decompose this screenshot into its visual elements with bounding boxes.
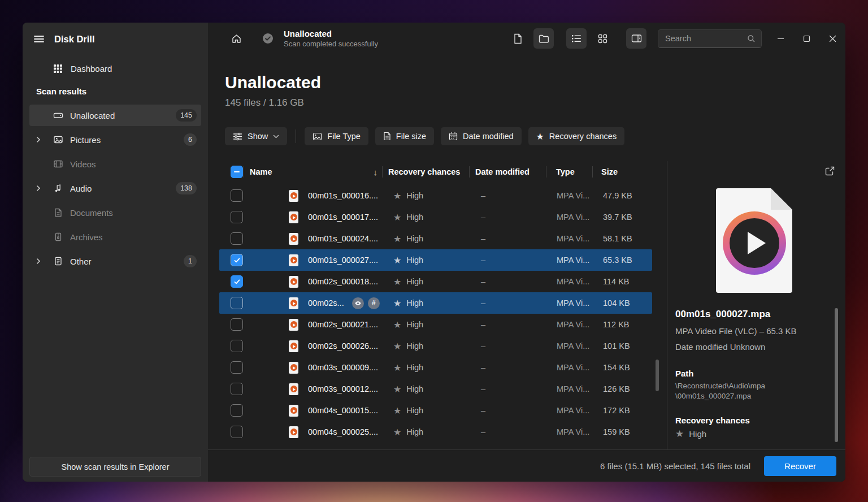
audio-note-icon	[53, 183, 63, 193]
sidebar-item-unallocated[interactable]: Unallocated 145	[29, 105, 201, 126]
table-row[interactable]: 00m04s_000025.... ★High – MPA Vi... 159 …	[219, 421, 652, 443]
show-filter-label: Show	[248, 132, 268, 141]
column-header-size[interactable]: Size	[592, 167, 652, 176]
row-checkbox[interactable]	[231, 189, 243, 202]
sidebar-item-archives[interactable]: Archives	[29, 226, 201, 248]
column-header-recovery-chances[interactable]: Recovery chances	[382, 167, 469, 176]
table-body: 00m01s_000016.... ★High – MPA Vi... 47.9…	[208, 185, 667, 443]
dashboard-grid-icon	[53, 64, 63, 73]
search-input[interactable]	[665, 34, 747, 43]
date-modified-value: –	[469, 298, 546, 308]
media-file-icon	[289, 340, 298, 352]
recovery-chances-filter-button[interactable]: ★ Recovery chances	[528, 127, 625, 145]
preview-panel-scrollbar[interactable]	[835, 308, 838, 442]
preview-date-modified: Date modified Unknown	[675, 342, 765, 352]
row-checkbox[interactable]	[231, 404, 243, 417]
chevron-right-icon[interactable]	[35, 185, 43, 192]
grid-view-button[interactable]	[592, 28, 613, 49]
file-icon	[513, 33, 523, 44]
row-checkbox[interactable]	[231, 361, 243, 374]
table-scrollbar[interactable]	[656, 360, 659, 391]
open-folder-button[interactable]	[533, 28, 554, 49]
sidebar-item-audio[interactable]: Audio 138	[29, 178, 201, 199]
titlebar: Unallocated Scan completed successfully	[208, 23, 845, 54]
sidebar-item-dashboard[interactable]: Dashboard	[29, 58, 201, 79]
table-row[interactable]: 00m02s_000018.... ★High – MPA Vi... 114 …	[219, 271, 652, 292]
hash-icon: #	[372, 299, 376, 307]
new-file-button[interactable]	[507, 28, 528, 49]
recover-button[interactable]: Recover	[764, 456, 836, 476]
table-row[interactable]: 00m04s_000015.... ★High – MPA Vi... 172 …	[219, 400, 652, 421]
row-checkbox[interactable]	[231, 340, 243, 352]
star-icon: ★	[393, 233, 401, 244]
row-checkbox[interactable]	[231, 426, 243, 438]
sidebar-item-videos[interactable]: Videos	[29, 153, 201, 175]
table-row[interactable]: 00m03s_000009.... ★High – MPA Vi... 154 …	[219, 357, 652, 378]
table-row-hovered[interactable]: 00m02s... # ★High –	[219, 292, 652, 314]
minimize-button[interactable]	[767, 27, 793, 50]
media-file-preview	[716, 188, 792, 293]
sidebar-item-pictures[interactable]: Pictures 6	[29, 129, 201, 150]
preview-recovery-label: Recovery chances	[675, 416, 750, 425]
preview-panel-toggle-button[interactable]	[626, 28, 646, 49]
page-title: Unallocated	[225, 71, 828, 94]
recovery-value: High	[406, 341, 423, 350]
count-badge: 138	[176, 182, 197, 194]
sidebar-item-label: Audio	[70, 184, 92, 193]
file-size-value: 39.7 KB	[592, 213, 652, 222]
file-type-filter-button[interactable]: File Type	[305, 127, 368, 145]
table-row[interactable]: 00m02s_000026.... ★High – MPA Vi... 101 …	[219, 335, 652, 357]
recovery-chances-filter-label: Recovery chances	[549, 132, 617, 141]
sidebar-item-documents[interactable]: Documents	[29, 202, 201, 223]
chevron-right-icon[interactable]	[35, 136, 43, 143]
file-size-filter-button[interactable]: File size	[375, 127, 434, 145]
file-name: 00m01s_000017....	[308, 213, 378, 222]
table-row-selected[interactable]: 00m01s_000027.... ★High – MPA Vi... 65.3…	[219, 249, 652, 271]
media-file-icon	[289, 211, 298, 223]
star-icon: ★	[675, 428, 684, 440]
row-checkbox-checked[interactable]	[231, 254, 243, 266]
preview-path-line2: \00m01s_000027.mpa	[675, 392, 751, 400]
scan-status: Unallocated Scan completed successfully	[284, 29, 378, 47]
column-header-type[interactable]: Type	[546, 167, 592, 176]
close-button[interactable]	[819, 27, 845, 50]
row-checkbox[interactable]	[231, 383, 243, 395]
maximize-button[interactable]	[793, 27, 819, 50]
sidebar-item-other[interactable]: Other 1	[29, 250, 201, 272]
chevron-right-icon[interactable]	[35, 258, 43, 265]
table-row[interactable]: 00m03s_000012.... ★High – MPA Vi... 126 …	[219, 378, 652, 400]
table-row[interactable]: 00m02s_000021.... ★High – MPA Vi... 112 …	[219, 314, 652, 335]
date-modified-value: –	[469, 256, 546, 265]
show-scan-results-in-explorer-button[interactable]: Show scan results in Explorer	[29, 457, 201, 477]
table-header-row: Name ↓ Recovery chances Date modified Ty…	[219, 161, 652, 183]
hex-view-button[interactable]: #	[368, 297, 380, 309]
hamburger-menu-button[interactable]	[32, 32, 46, 46]
row-checkbox-checked[interactable]	[231, 275, 243, 288]
table-row[interactable]: 00m01s_000016.... ★High – MPA Vi... 47.9…	[219, 185, 652, 206]
file-size-value: 159 KB	[592, 427, 652, 436]
table-row[interactable]: 00m01s_000024.... ★High – MPA Vi... 58.1…	[219, 228, 652, 249]
preview-eye-button[interactable]	[352, 297, 364, 309]
open-preview-external-button[interactable]	[822, 163, 837, 179]
column-header-date-modified[interactable]: Date modified	[469, 167, 546, 176]
date-modified-filter-button[interactable]: Date modified	[441, 127, 521, 145]
other-files-icon	[53, 256, 63, 266]
star-icon: ★	[536, 131, 544, 142]
select-all-checkbox[interactable]	[231, 166, 243, 178]
file-name: 00m02s_000026....	[308, 341, 378, 350]
row-checkbox[interactable]	[231, 211, 243, 223]
archives-zip-icon	[53, 232, 63, 242]
column-header-name[interactable]: Name ↓	[244, 167, 382, 177]
sidebar-item-label: Videos	[70, 159, 96, 169]
home-button[interactable]	[226, 28, 246, 49]
file-size-value: 114 KB	[592, 277, 652, 286]
list-view-button[interactable]	[566, 28, 587, 49]
row-checkbox[interactable]	[231, 318, 243, 331]
row-checkbox[interactable]	[231, 297, 243, 309]
show-filter-button[interactable]: Show	[225, 127, 287, 145]
row-checkbox[interactable]	[231, 232, 243, 245]
pictures-icon	[53, 135, 63, 145]
file-size-value: 58.1 KB	[592, 234, 652, 243]
table-row[interactable]: 00m01s_000017.... ★High – MPA Vi... 39.7…	[219, 206, 652, 228]
file-type-value: MPA Vi...	[546, 384, 592, 393]
